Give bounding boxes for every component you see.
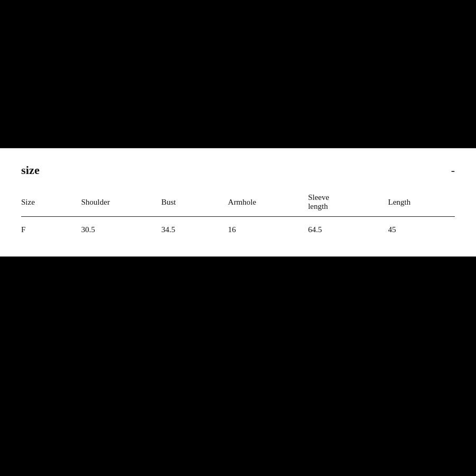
table-cell: F <box>21 217 81 240</box>
top-black-area <box>0 0 476 148</box>
col-header-size: Size <box>21 193 81 217</box>
col-header-bust: Bust <box>161 193 228 217</box>
table-header-row: Size Shoulder Bust Armhole Sleevelength … <box>21 193 455 217</box>
middle-content-area: size - Size Shoulder Bust Armhole Sleeve… <box>0 148 476 257</box>
table-cell: 16 <box>228 217 308 240</box>
size-title: size <box>21 163 40 177</box>
col-header-sleeve-length: Sleevelength <box>308 193 388 217</box>
col-header-length: Length <box>388 193 455 217</box>
size-header: size - <box>21 163 455 177</box>
table-cell: 45 <box>388 217 455 240</box>
bottom-black-area <box>0 257 476 476</box>
table-row: F30.534.51664.545 <box>21 217 455 240</box>
table-cell: 64.5 <box>308 217 388 240</box>
table-cell: 30.5 <box>81 217 161 240</box>
size-section: size - Size Shoulder Bust Armhole Sleeve… <box>0 149 476 257</box>
collapse-button[interactable]: - <box>451 164 455 176</box>
col-header-shoulder: Shoulder <box>81 193 161 217</box>
table-cell: 34.5 <box>161 217 228 240</box>
size-table: Size Shoulder Bust Armhole Sleevelength … <box>21 193 455 240</box>
col-header-armhole: Armhole <box>228 193 308 217</box>
